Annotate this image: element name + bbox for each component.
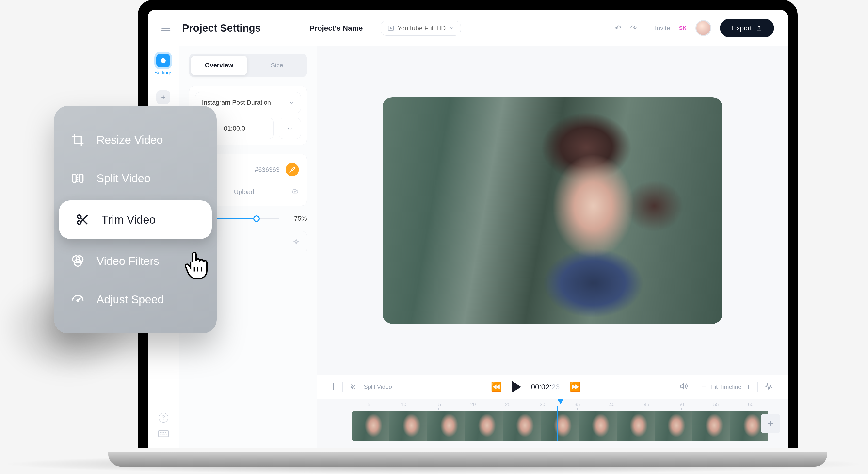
rewind-button[interactable]: ⏪ [491,382,502,392]
timeline-ruler[interactable]: 5 10 15 20 25 30 35 40 45 50 55 60 [317,399,788,409]
avatar[interactable] [695,20,711,36]
help-icon[interactable]: ? [158,413,168,422]
resize-horizontal-icon[interactable]: ↔ [279,118,301,139]
export-button[interactable]: Export [720,19,774,37]
hamburger-menu-icon[interactable] [161,24,170,32]
speed-icon [70,292,86,307]
clip-thumb[interactable] [465,411,503,441]
overlay-resize-video[interactable]: Resize Video [54,121,217,159]
playhead-line[interactable] [557,406,558,441]
project-name[interactable]: Project's Name [310,24,363,32]
cloud-upload-icon[interactable] [291,187,299,197]
scissors-icon [75,212,91,228]
scissors-icon[interactable] [350,384,356,390]
clip-thumb[interactable] [579,411,617,441]
nav-settings[interactable]: Settings [154,54,172,76]
preset-dropdown[interactable]: YouTube Full HD [380,21,461,36]
ruler-tick: 25 [490,402,525,407]
svg-point-10 [78,221,81,224]
laptop-base [108,452,827,467]
overlay-item-label: Video Filters [96,254,159,268]
waveform-icon[interactable] [765,383,773,391]
ruler-tick: 40 [594,402,629,407]
tools-overlay: Resize Video Split Video Trim Video Vide… [54,106,217,333]
video-icon [388,25,394,31]
add-track-button[interactable]: + [761,414,780,433]
overlay-adjust-speed[interactable]: Adjust Speed [54,280,217,319]
clip-thumb[interactable] [655,411,692,441]
timeline-track[interactable]: + [317,409,788,448]
chevron-down-icon [289,100,294,106]
redo-icon[interactable]: ↷ [630,23,637,33]
tab-size[interactable]: Size [249,56,305,75]
clip-thumb[interactable] [351,411,390,441]
clip-thumb[interactable] [541,411,579,441]
crop-icon [70,132,86,148]
preview-wrap [317,46,788,375]
overlay-trim-video[interactable]: Trim Video [59,201,212,239]
timecode-main: 00:02: [531,383,551,391]
ruler-tick: 60 [733,402,768,407]
eyedropper-button[interactable] [285,163,299,176]
sparkle-icon [292,239,300,246]
preset-label: YouTube Full HD [398,24,446,32]
clip-thumb[interactable] [390,411,427,441]
slider-thumb[interactable] [253,215,260,222]
ruler-tick: 20 [456,402,490,407]
upload-icon [756,25,762,31]
ruler-tick: 50 [664,402,699,407]
split-video-label[interactable]: Split Video [364,383,392,390]
ruler-tick: 30 [525,402,560,407]
timecode: 00:02:23 [531,383,560,391]
zoom-out-button[interactable]: − [702,383,706,391]
svg-point-14 [77,300,79,301]
undo-icon[interactable]: ↶ [615,23,621,33]
eyedropper-icon [289,167,296,173]
volume-icon[interactable] [679,382,688,392]
overlay-item-label: Split Video [96,172,150,185]
transport-bar: ⎮ Split Video ⏪ 00:02:23 ⏩ [317,375,788,399]
split-icon [70,170,86,186]
ruler-tick: 55 [699,402,733,407]
overlay-split-video[interactable]: Split Video [54,159,217,198]
clip-thumb[interactable] [617,411,655,441]
tab-overview[interactable]: Overview [191,56,247,75]
playhead-icon[interactable] [557,399,564,404]
export-label: Export [732,24,752,32]
fit-timeline-label[interactable]: Fit Timeline [711,383,741,390]
overlay-item-label: Resize Video [96,133,163,147]
ruler-tick: 5 [351,402,386,407]
plus-icon: + [156,90,170,104]
zoom-in-button[interactable]: + [746,383,751,391]
collaborator-badge[interactable]: SK [679,25,687,31]
clip-thumb[interactable] [427,411,465,441]
topbar: Project Settings Project's Name YouTube … [148,10,788,46]
video-preview[interactable] [382,97,722,324]
app-screen: Project Settings Project's Name YouTube … [148,10,788,448]
settings-tabs: Overview Size [189,54,307,77]
svg-point-2 [162,59,164,62]
keyboard-icon[interactable] [158,430,169,438]
svg-rect-4 [158,431,168,437]
fast-forward-button[interactable]: ⏩ [570,382,581,392]
upload-label[interactable]: Upload [234,188,254,196]
svg-rect-8 [80,174,83,182]
overlay-item-label: Adjust Speed [96,293,164,306]
duration-preset-label: Instagram Post Duration [202,99,271,107]
settings-target-icon [156,54,170,67]
page-title: Project Settings [182,22,298,34]
play-button[interactable] [512,381,521,393]
invite-button[interactable]: Invite [655,24,670,32]
chevron-down-icon [449,26,454,30]
nav-settings-label: Settings [154,70,172,76]
clip-thumb[interactable] [692,411,730,441]
divider [757,382,758,392]
ruler-tick: 35 [560,402,594,407]
divider [342,382,343,392]
transport-divider-icon: ⎮ [332,383,335,390]
divider [646,23,646,33]
clip-thumb[interactable] [503,411,541,441]
overlay-item-label: Trim Video [101,213,156,226]
ruler-tick: 15 [421,402,456,407]
slider-value: 75% [285,215,307,223]
